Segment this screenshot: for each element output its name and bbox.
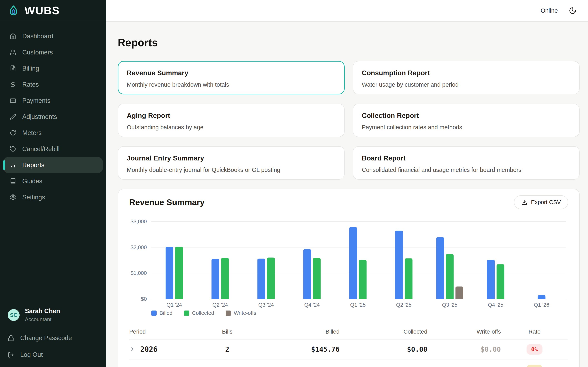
- export-csv-button[interactable]: Export CSV: [514, 195, 568, 209]
- sidebar-item-label: Cancel/Rebill: [22, 145, 60, 153]
- file-text-icon: [10, 65, 16, 72]
- report-card-aging-report[interactable]: Aging Report Outstanding balances by age: [118, 104, 345, 137]
- collected-value: $0.00: [339, 345, 427, 353]
- sidebar-item-payments[interactable]: Payments: [3, 92, 103, 109]
- svg-text:$1,000: $1,000: [130, 270, 147, 276]
- svg-text:Q3 '25: Q3 '25: [442, 302, 458, 308]
- svg-text:Q2 '25: Q2 '25: [396, 302, 412, 308]
- card-description: Outstanding balances by age: [127, 124, 336, 131]
- svg-text:Q4 '25: Q4 '25: [488, 302, 503, 308]
- bar-chart-icon: [10, 162, 16, 168]
- sidebar-item-label: Guides: [22, 178, 42, 185]
- sidebar-item-rates[interactable]: Rates: [3, 76, 103, 92]
- card-title: Journal Entry Summary: [127, 154, 336, 162]
- user-role: Accountant: [25, 316, 60, 323]
- col-collected: Collected: [339, 328, 427, 335]
- sidebar-item-label: Settings: [22, 194, 45, 201]
- legend-swatch: [151, 310, 156, 316]
- sidebar-item-adjustments[interactable]: Adjustments: [3, 109, 103, 125]
- sidebar-item-cancel-rebill[interactable]: Cancel/Rebill: [3, 141, 103, 157]
- topbar: Online: [106, 0, 588, 22]
- report-card-board-report[interactable]: Board Report Consolidated financial and …: [353, 146, 580, 180]
- chevron-right-icon[interactable]: [129, 346, 135, 352]
- svg-text:Q1 '25: Q1 '25: [350, 302, 366, 308]
- change-passcode-button[interactable]: Change Passcode: [8, 334, 98, 342]
- sidebar-item-label: Payments: [22, 97, 51, 104]
- svg-text:Q2 '24: Q2 '24: [212, 302, 228, 308]
- log-out-button[interactable]: Log Out: [8, 351, 98, 359]
- dollar-icon: [10, 81, 16, 88]
- rate-badge: 0%: [527, 344, 543, 355]
- export-csv-label: Export CSV: [531, 199, 561, 206]
- card-description: Payment collection rates and methods: [362, 124, 571, 131]
- legend-label: Billed: [159, 310, 173, 316]
- rate-badge: [527, 365, 543, 367]
- report-cards-grid: Revenue Summary Monthly revenue breakdow…: [118, 61, 580, 180]
- col-writeoffs: Write-offs: [427, 328, 501, 335]
- book-icon: [10, 178, 16, 184]
- log-out-icon: [8, 352, 14, 358]
- change-passcode-label: Change Passcode: [20, 334, 72, 342]
- credit-card-icon: [10, 98, 16, 104]
- revenue-bar-chart: $0$1,000$2,000$3,000Q1 '24Q2 '24Q3 '24Q4…: [129, 219, 568, 316]
- sidebar-item-guides[interactable]: Guides: [3, 173, 103, 189]
- sidebar-item-label: Meters: [22, 129, 42, 137]
- panel-title: Revenue Summary: [129, 198, 205, 207]
- card-description: Consolidated financial and usage metrics…: [362, 167, 571, 173]
- active-notch: [3, 160, 5, 170]
- bills-value: 2: [190, 345, 264, 353]
- sidebar-item-settings[interactable]: Settings: [3, 189, 103, 205]
- report-card-revenue-summary[interactable]: Revenue Summary Monthly revenue breakdow…: [118, 61, 345, 94]
- brand-logo-row: WUBS: [0, 0, 106, 21]
- sidebar-item-dashboard[interactable]: Dashboard: [3, 28, 103, 44]
- sidebar: WUBS Dashboard Customers Billing Rates P…: [0, 0, 106, 367]
- chart-legend: BilledCollectedWrite-offs: [151, 310, 568, 316]
- connection-status: Online: [534, 7, 558, 14]
- legend-label: Collected: [192, 310, 214, 316]
- avatar: SC: [8, 309, 20, 321]
- user-profile: SC Sarah Chen Accountant: [8, 308, 98, 323]
- svg-text:$0: $0: [141, 296, 147, 302]
- legend-item-collected: Collected: [184, 310, 214, 316]
- sidebar-item-meters[interactable]: Meters: [3, 125, 103, 141]
- report-card-consumption-report[interactable]: Consumption Report Water usage by custom…: [353, 61, 580, 94]
- refresh-ccw-icon: [10, 146, 16, 152]
- water-drop-logo-icon: [8, 4, 19, 16]
- card-description: Monthly revenue breakdown with totals: [127, 81, 336, 88]
- report-card-journal-entry-summary[interactable]: Journal Entry Summary Monthly double-ent…: [118, 146, 345, 180]
- sidebar-item-label: Reports: [22, 161, 44, 169]
- svg-text:Q1 '24: Q1 '24: [167, 302, 182, 308]
- legend-item-write-offs: Write-offs: [226, 310, 256, 316]
- report-card-collection-report[interactable]: Collection Report Payment collection rat…: [353, 104, 580, 137]
- legend-swatch: [226, 310, 231, 316]
- svg-text:$2,000: $2,000: [130, 244, 147, 250]
- sidebar-item-customers[interactable]: Customers: [3, 44, 103, 60]
- sidebar-footer: SC Sarah Chen Accountant Change Passcode…: [0, 301, 106, 367]
- table-row: 2026 2 $145.76 $0.00 $0.00 0%: [129, 340, 568, 359]
- card-title: Consumption Report: [362, 69, 571, 77]
- svg-text:Q3 '24: Q3 '24: [258, 302, 274, 308]
- period-value: 2026: [140, 345, 157, 353]
- sidebar-item-label: Billing: [22, 65, 39, 72]
- user-name: Sarah Chen: [25, 308, 60, 315]
- sidebar-item-label: Adjustments: [22, 113, 57, 120]
- online-status-dot: [534, 9, 537, 12]
- legend-label: Write-offs: [234, 310, 256, 316]
- refresh-cw-icon: [10, 130, 16, 136]
- svg-text:$3,000: $3,000: [130, 219, 147, 225]
- card-title: Aging Report: [127, 112, 336, 119]
- dark-mode-toggle[interactable]: [569, 7, 577, 15]
- table-header: Period Bills Billed Collected Write-offs…: [129, 324, 568, 340]
- legend-swatch: [184, 310, 189, 316]
- moon-icon: [569, 7, 577, 15]
- legend-item-billed: Billed: [151, 310, 173, 316]
- table-row-partial: [129, 359, 568, 367]
- sidebar-nav: Dashboard Customers Billing Rates Paymen…: [0, 21, 106, 205]
- billed-value: $145.76: [264, 345, 339, 353]
- lock-icon: [8, 335, 14, 341]
- sidebar-item-label: Dashboard: [22, 33, 53, 40]
- sidebar-item-reports[interactable]: Reports: [3, 157, 103, 173]
- sidebar-item-billing[interactable]: Billing: [3, 60, 103, 76]
- col-billed: Billed: [264, 328, 339, 335]
- bar-chart-canvas: $0$1,000$2,000$3,000Q1 '24Q2 '24Q3 '24Q4…: [129, 219, 568, 309]
